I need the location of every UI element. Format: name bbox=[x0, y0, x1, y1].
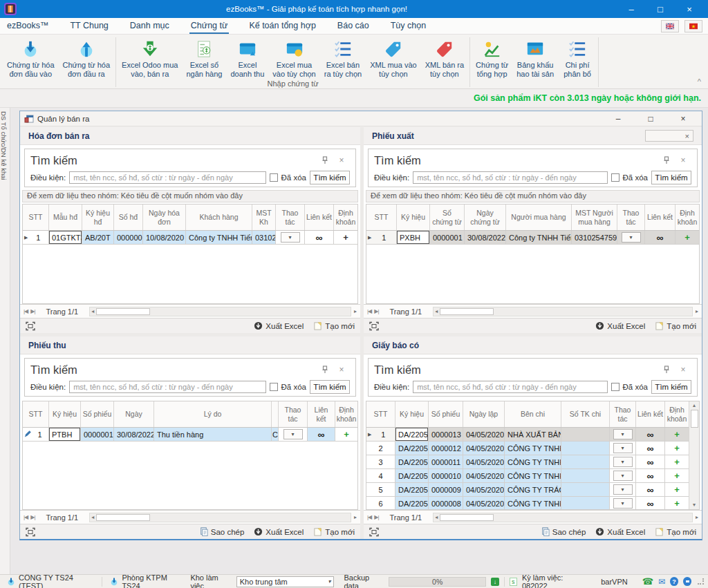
column-header[interactable]: Khách hàng bbox=[186, 205, 252, 230]
plus-icon[interactable]: + bbox=[674, 485, 680, 494]
column-header[interactable]: Định khoản bbox=[335, 401, 357, 427]
action-cell[interactable]: ▾ bbox=[610, 442, 636, 455]
grid-cell[interactable]: DA/2205 bbox=[395, 455, 429, 469]
ribbon-collapse-button[interactable]: ^ bbox=[698, 77, 701, 86]
grid-row[interactable]: 3DA/2205000001104/05/2020CÔNG TY TNHH ..… bbox=[366, 455, 689, 469]
grid-cell[interactable]: DA/2205 bbox=[395, 428, 429, 442]
column-header[interactable]: Số phiếu bbox=[81, 401, 114, 427]
column-header[interactable]: Thao tác bbox=[617, 205, 645, 230]
plus-icon[interactable]: + bbox=[344, 430, 349, 439]
link-icon[interactable]: ∞ bbox=[647, 457, 654, 467]
column-header[interactable]: Số TK chi bbox=[561, 401, 610, 427]
ribbon-item-depreciation[interactable]: Bảng khấuhao tài sản bbox=[512, 36, 558, 79]
scroll-down-icon[interactable]: ▾ bbox=[693, 502, 696, 508]
column-header[interactable]: Ký hiệu hđ bbox=[82, 205, 114, 230]
vpn-label[interactable]: barVPN bbox=[601, 578, 628, 586]
search-input[interactable] bbox=[413, 171, 607, 184]
scrollbar-thumb[interactable] bbox=[440, 308, 494, 315]
action-dropdown[interactable]: ▾ bbox=[613, 484, 633, 495]
column-header[interactable]: STT bbox=[366, 205, 397, 230]
grid-row[interactable]: 4DA/2205000001004/05/2020CÔNG TY TNHH ..… bbox=[366, 469, 689, 483]
posting-cell[interactable]: + bbox=[334, 231, 357, 245]
english-language-button[interactable] bbox=[661, 20, 679, 32]
column-header[interactable]: Ngày chứng từ bbox=[465, 205, 506, 230]
plus-icon[interactable]: + bbox=[674, 444, 680, 453]
last-page-icon[interactable]: ▶| bbox=[374, 308, 378, 314]
panel-close-button[interactable]: × bbox=[645, 130, 693, 142]
grid-cell[interactable]: NHÀ XUẤT BẢN ... bbox=[505, 428, 561, 442]
column-header[interactable]: Liên kết bbox=[305, 205, 334, 230]
column-header[interactable] bbox=[272, 401, 279, 427]
grid-row[interactable]: 2DA/2205000001204/05/2020CÔNG TY TNHH ..… bbox=[366, 442, 689, 455]
action-dropdown[interactable]: ▾ bbox=[613, 498, 633, 509]
chat-icon[interactable] bbox=[683, 577, 691, 586]
scroll-left-icon[interactable]: ◂ bbox=[91, 309, 94, 314]
create-new-button[interactable]: Tạo mới bbox=[655, 527, 696, 536]
search-close-icon[interactable]: × bbox=[675, 365, 691, 374]
column-header[interactable]: Liên kết bbox=[645, 205, 676, 230]
column-header[interactable]: MST Người mua hàng bbox=[572, 205, 617, 230]
search-button[interactable]: Tìm kiếm bbox=[310, 380, 350, 394]
horizontal-scrollbar[interactable]: ◂ bbox=[433, 513, 693, 522]
scroll-right-icon[interactable]: ▸ bbox=[354, 309, 357, 314]
search-input[interactable] bbox=[413, 381, 607, 393]
grid-cell[interactable]: 0000013 bbox=[429, 428, 463, 442]
action-cell[interactable]: ▾ bbox=[610, 455, 636, 469]
column-header[interactable]: Ký hiệu bbox=[49, 401, 81, 427]
action-dropdown[interactable]: ▾ bbox=[283, 429, 303, 439]
row-header-cell[interactable]: 3 bbox=[366, 455, 395, 469]
grid-cell[interactable]: 01GTKT3 bbox=[49, 231, 82, 245]
fit-screen-icon[interactable] bbox=[369, 321, 379, 331]
mdi-maximize-button[interactable]: □ bbox=[636, 114, 665, 124]
first-page-icon[interactable]: |◀ bbox=[367, 308, 371, 314]
row-header-cell[interactable]: ▶1 bbox=[366, 231, 397, 245]
ribbon-item-excel-odoo[interactable]: Excel Odoo muavào, bán ra bbox=[118, 36, 182, 79]
export-excel-button[interactable]: Xuất Excel bbox=[595, 321, 645, 330]
scroll-left-icon[interactable]: ◂ bbox=[435, 309, 438, 314]
link-cell[interactable]: ∞ bbox=[636, 442, 665, 455]
grid-cell[interactable]: PXBH bbox=[397, 231, 430, 245]
link-cell[interactable]: ∞ bbox=[305, 231, 334, 245]
mdi-window-titlebar[interactable]: Quản lý bán ra – □ × bbox=[20, 111, 702, 126]
scroll-left-icon[interactable]: ◂ bbox=[91, 515, 94, 520]
action-dropdown[interactable]: ▾ bbox=[613, 429, 633, 439]
posting-cell[interactable]: + bbox=[676, 231, 699, 245]
ribbon-item-excel-sell[interactable]: Excel bánra tùy chọn bbox=[320, 36, 366, 79]
plus-icon[interactable]: + bbox=[674, 457, 680, 466]
link-icon[interactable]: ∞ bbox=[647, 430, 654, 439]
link-icon[interactable]: ∞ bbox=[318, 430, 325, 439]
posting-cell[interactable]: + bbox=[665, 428, 689, 442]
grid-cell[interactable]: 0000008 bbox=[429, 497, 463, 510]
posting-cell[interactable]: + bbox=[665, 442, 689, 455]
export-excel-button[interactable]: Xuất Excel bbox=[595, 527, 645, 536]
row-header-cell[interactable]: ▶1 bbox=[23, 231, 49, 245]
vertical-scrollbar[interactable]: ▴▾ bbox=[689, 401, 699, 509]
grid-cell[interactable]: 0000001 bbox=[430, 231, 465, 245]
backup-icon[interactable]: ↓ bbox=[491, 578, 499, 586]
link-icon[interactable]: ∞ bbox=[647, 471, 654, 481]
menu-item-t-y-ch-n[interactable]: Tùy chọn bbox=[389, 18, 427, 34]
column-header[interactable]: Ngày hóa đơn bbox=[143, 205, 186, 230]
link-icon[interactable]: ∞ bbox=[657, 233, 664, 243]
grid-row[interactable]: 6DA/2205000000804/05/2020CÔNG TY TNHH ..… bbox=[366, 497, 689, 510]
resize-grip[interactable] bbox=[698, 578, 704, 585]
link-icon[interactable]: ∞ bbox=[647, 444, 654, 453]
column-header[interactable]: Thao tác bbox=[610, 401, 636, 427]
grid-cell[interactable]: DA/2205 bbox=[395, 442, 429, 455]
create-new-button[interactable]: Tạo mới bbox=[313, 321, 355, 330]
last-page-icon[interactable]: ▶| bbox=[30, 308, 35, 314]
horizontal-scrollbar[interactable]: ◂ bbox=[89, 307, 351, 316]
grid-cell[interactable]: 0310254759 bbox=[572, 231, 617, 245]
grid-cell[interactable]: 04/05/2020 bbox=[463, 497, 505, 510]
column-header[interactable]: Ngày lập bbox=[463, 401, 505, 427]
grid-cell[interactable]: 0000001 bbox=[114, 231, 143, 245]
grid-row[interactable]: 5DA/2205000000904/05/2020CÔNG TY TRÁCH..… bbox=[366, 483, 689, 497]
search-input[interactable] bbox=[69, 171, 266, 184]
column-header[interactable]: Bên chi bbox=[505, 401, 561, 427]
minimize-button[interactable]: – bbox=[617, 4, 646, 15]
search-close-icon[interactable]: × bbox=[675, 155, 691, 165]
deleted-checkbox[interactable] bbox=[611, 383, 620, 391]
plus-icon[interactable]: + bbox=[674, 499, 680, 508]
column-header[interactable]: Số chứng từ bbox=[430, 205, 465, 230]
create-new-button[interactable]: Tạo mới bbox=[655, 321, 696, 330]
